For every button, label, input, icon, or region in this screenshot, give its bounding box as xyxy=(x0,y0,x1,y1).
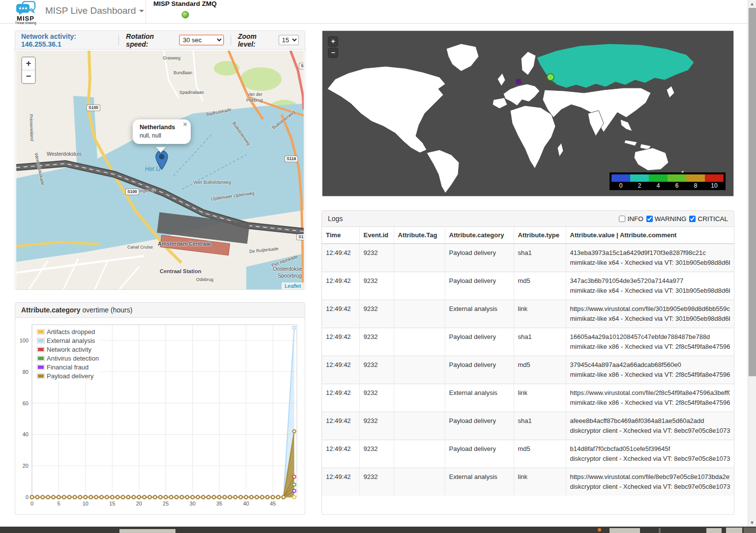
table-row[interactable]: 12:49:429232External analysislinkhttps:/… xyxy=(322,300,734,328)
log-attribute-category: External analysis xyxy=(445,384,514,412)
log-attribute-value: 16605a4a29a101208457c47ebfde788487be788d xyxy=(570,332,730,342)
svg-text:15: 15 xyxy=(109,501,115,506)
log-attribute-value: 347ac3b6b791054de3e5720a7144a977 xyxy=(570,276,730,286)
log-attribute-category: External analysis xyxy=(445,468,514,496)
road-shield-label: S100 xyxy=(87,105,100,111)
rotation-speed-label: Rotation speed: xyxy=(126,32,174,48)
log-attribute-tag xyxy=(394,300,445,328)
map-label: Westerdoksluis xyxy=(47,151,82,157)
svg-text:20: 20 xyxy=(23,463,29,469)
log-time: 12:49:42 xyxy=(322,384,359,412)
table-row[interactable]: 12:49:429232External analysislinkhttps:/… xyxy=(322,384,734,412)
log-time: 12:49:42 xyxy=(322,440,359,468)
log-event-id: 9232 xyxy=(359,244,394,272)
taskbar-sliver xyxy=(0,527,756,533)
logs-header: Logs INFOWARNINGCRITICAL xyxy=(322,211,734,227)
svg-text:35: 35 xyxy=(216,501,222,506)
leaflet-map[interactable]: + − GraswegBundlaanSpadinalaanVan derPek… xyxy=(16,51,304,289)
log-attribute-type: link xyxy=(514,384,566,412)
log-time: 12:49:42 xyxy=(322,356,359,384)
log-filter-checkbox-warning[interactable] xyxy=(646,216,653,222)
table-row[interactable]: 12:49:429232Payload deliverysha1413eba39… xyxy=(322,244,734,272)
dashboard-menu[interactable]: MISP Live Dashboard xyxy=(45,5,144,16)
map-label: Van der xyxy=(247,92,262,97)
log-filter-warning[interactable]: WARNING xyxy=(646,215,687,223)
rotation-speed-select[interactable]: 30 sec xyxy=(179,35,224,45)
table-row[interactable]: 12:49:429232Payload deliverysha116605a4a… xyxy=(322,328,734,356)
log-filter-info[interactable]: INFO xyxy=(619,215,643,223)
world-zoom-out-button[interactable]: − xyxy=(328,48,338,57)
world-map-event-dot xyxy=(547,74,554,81)
legend-label: Network activity xyxy=(47,346,91,353)
header-separator xyxy=(231,35,231,45)
zoom-level-select[interactable]: 15 xyxy=(279,35,299,45)
country-netherlands-highlighted xyxy=(515,78,522,85)
scrollbar-up-arrow-icon[interactable]: ▲ xyxy=(748,0,756,8)
log-attribute-value: https://www.virustotal.com/file/8ebc97e0… xyxy=(570,472,730,482)
log-time: 12:49:42 xyxy=(322,412,359,440)
scrollbar-down-arrow-icon[interactable]: ▼ xyxy=(748,519,756,527)
color-scale-tick: 6 xyxy=(668,182,686,189)
road-shield-label: S116 xyxy=(285,156,298,162)
log-attribute-type: md5 xyxy=(514,356,566,384)
world-map-zoom-control: + − xyxy=(328,37,338,59)
world-map-panel[interactable]: + − 0246810 xyxy=(322,30,734,196)
table-row[interactable]: 12:49:429232Payload deliverymd5347ac3b6b… xyxy=(322,272,734,300)
table-row[interactable]: 12:49:429232Payload deliverysha1afeee8b4… xyxy=(322,412,734,440)
logs-column-header: Event.id xyxy=(359,227,394,244)
log-attribute-comment: mimikatz-like x64 - Xchecked via VT: 301… xyxy=(570,314,730,324)
svg-text:40: 40 xyxy=(23,431,29,437)
legend-label: Payload delivery xyxy=(47,372,93,380)
log-attribute-type: link xyxy=(514,300,566,328)
scrollbar-thumb[interactable] xyxy=(749,8,756,376)
zmq-label: MISP Standard ZMQ xyxy=(153,0,217,7)
log-attribute-value-comment: b14d8faf7f0cbcfad051cefe5f39645fdiskcryp… xyxy=(566,440,734,468)
log-filter-checkbox-info[interactable] xyxy=(619,216,625,222)
world-zoom-in-button[interactable]: + xyxy=(328,37,338,46)
world-map xyxy=(322,31,733,196)
log-attribute-tag xyxy=(394,384,445,412)
color-scale-cell xyxy=(649,174,668,182)
log-attribute-comment: mimikatz-like x86 - Xchecked via VT: 2f8… xyxy=(570,370,730,380)
map-zoom-out-button[interactable]: − xyxy=(22,70,35,83)
chart-title-rest: overtime (hours) xyxy=(81,306,133,314)
log-event-id: 9232 xyxy=(359,440,394,468)
log-attribute-tag xyxy=(394,468,445,496)
log-attribute-value-comment: https://www.virustotal.com/file/301b905e… xyxy=(566,300,734,328)
log-filter-checkbox-critical[interactable] xyxy=(689,216,696,222)
brand-subtitle: Threat Sharing xyxy=(13,21,38,25)
color-scale-tick: 4 xyxy=(649,182,668,189)
popup-close-icon[interactable]: × xyxy=(183,121,187,128)
log-filter-label: INFO xyxy=(627,215,643,223)
chart-title-bold: Attribute.category xyxy=(21,306,81,314)
log-attribute-tag xyxy=(394,440,445,468)
legend-label: External analysis xyxy=(47,337,95,344)
color-scale-tick: 0 xyxy=(611,182,630,189)
map-marker-pin-icon[interactable] xyxy=(155,150,168,172)
map-label: Grasweg xyxy=(163,56,180,60)
color-scale-cell xyxy=(705,174,724,182)
log-attribute-category: Payload delivery xyxy=(445,328,514,356)
log-attribute-value: https://www.virustotal.com/file/301b905e… xyxy=(570,304,730,314)
table-row[interactable]: 12:49:429232External analysislinkhttps:/… xyxy=(322,468,734,496)
logs-column-header: Attribute.category xyxy=(445,227,514,244)
color-scale-tick: 8 xyxy=(686,182,705,189)
log-attribute-comment: mimikatz-like x86 - Xchecked via VT: 2f8… xyxy=(570,398,730,408)
leaflet-attribution[interactable]: Leaflet xyxy=(282,282,304,289)
log-attribute-type: sha1 xyxy=(514,244,566,272)
logs-column-header: Attribute.value | Attribute.comment xyxy=(566,227,734,244)
table-row[interactable]: 12:49:429232Payload deliverymd537945c44a… xyxy=(322,356,734,384)
log-event-id: 9232 xyxy=(359,272,394,300)
map-zoom-in-button[interactable]: + xyxy=(22,57,35,70)
legend-label: Financial fraud xyxy=(47,364,88,371)
misp-logo[interactable]: MISP Threat Sharing xyxy=(13,1,38,25)
table-row[interactable]: 12:49:429232Payload deliverymd5b14d8faf7… xyxy=(322,440,734,468)
log-attribute-tag xyxy=(394,356,445,384)
log-filter-critical[interactable]: CRITICAL xyxy=(689,215,728,223)
browser-scrollbar[interactable]: ▲ ▼ xyxy=(748,0,756,527)
zmq-status-block: MISP Standard ZMQ xyxy=(153,0,217,18)
logs-panel: Logs INFOWARNINGCRITICAL TimeEvent.idAtt… xyxy=(321,210,734,515)
chart-legend-item: Antivirus detection xyxy=(37,354,99,363)
map-label: Canal Cruise xyxy=(127,245,153,250)
log-attribute-type: sha1 xyxy=(514,328,566,356)
